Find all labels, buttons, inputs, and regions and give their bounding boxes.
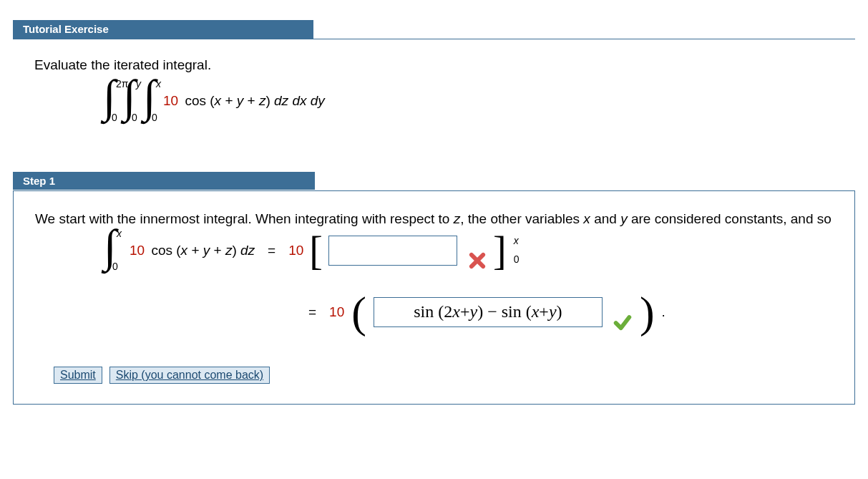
outer-lower: 0: [112, 110, 117, 125]
line1-lower: 0: [112, 259, 118, 275]
close-bracket-icon: ]: [493, 233, 507, 268]
integral-sign-outer: ∫ 2π 0: [103, 81, 123, 121]
wrong-mark-icon: [467, 251, 487, 271]
coeff-10: 10: [163, 93, 178, 108]
step-1-tab: Step 1: [13, 172, 315, 190]
step-line-2: = 10 ( sin (2x + y) − sin (x + y) ) .: [308, 291, 833, 334]
answer-box-1[interactable]: [328, 236, 457, 266]
line1-equals: =: [268, 240, 275, 261]
tutorial-integrand: 10 cos (x + y + z) dz dx dy: [163, 91, 325, 111]
tutorial-integral: ∫ 2π 0 ∫ y 0 ∫ x 0 10 cos (x + y + z) dz…: [103, 79, 834, 122]
integral-sign-inner: ∫ x 0: [143, 81, 163, 121]
integral-sign-line1: ∫ x 0: [104, 231, 124, 271]
tutorial-header-text: Tutorial Exercise: [23, 23, 109, 35]
line2-tail: .: [662, 301, 665, 322]
close-paren-icon: ): [638, 294, 656, 331]
inner-lower: 0: [152, 110, 157, 125]
eval-upper: x: [514, 233, 520, 249]
tutorial-header-tab: Tutorial Exercise: [13, 20, 313, 39]
mid-upper: y: [136, 77, 141, 91]
answer-box-2[interactable]: sin (2x + y) − sin (x + y): [374, 297, 603, 327]
line1-upper: x: [117, 226, 122, 242]
step-1-intro: We start with the innermost integral. Wh…: [35, 208, 833, 229]
step-1-box: Step 1 We start with the innermost integ…: [13, 190, 855, 405]
step-line-1: ∫ x 0 10 cos (x + y + z) dz = 10 [ ] x: [104, 229, 833, 272]
integral-sign-middle: ∫ y 0: [123, 81, 143, 121]
skip-button[interactable]: Skip (you cannot come back): [109, 367, 270, 384]
tutorial-header-bar: Tutorial Exercise: [13, 20, 855, 39]
mid-lower: 0: [132, 110, 137, 125]
line2-equals: =: [308, 301, 316, 322]
inner-upper: x: [156, 77, 161, 91]
eval-limits: x 0: [514, 233, 520, 268]
tutorial-body: Evaluate the iterated integral. ∫ 2π 0 ∫…: [13, 39, 855, 158]
submit-button[interactable]: Submit: [54, 367, 102, 384]
button-row: Submit Skip (you cannot come back): [35, 367, 833, 384]
line2-rhs-coeff: 10: [329, 301, 344, 322]
check-mark-icon: [613, 312, 633, 332]
line1-rhs-coeff: 10: [288, 240, 303, 261]
line1-integrand: 10 cos (x + y + z) dz: [130, 240, 255, 261]
open-bracket-icon: [: [309, 233, 323, 268]
eval-lower: 0: [514, 252, 520, 268]
step-1-label: Step 1: [23, 175, 55, 187]
open-paren-icon: (: [350, 294, 368, 331]
